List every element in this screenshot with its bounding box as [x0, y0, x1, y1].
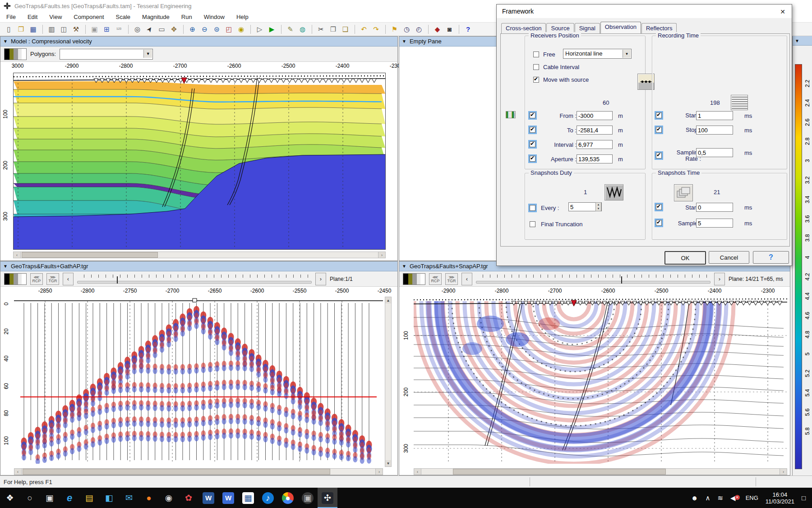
- taskbar-file-explorer-icon[interactable]: ▤: [79, 488, 99, 508]
- slider-needle[interactable]: [117, 276, 118, 284]
- build-tool-icon[interactable]: ⚒: [70, 23, 82, 35]
- close-icon[interactable]: ✕: [778, 7, 787, 16]
- next-group-button[interactable]: ⋙TGR: [445, 273, 458, 285]
- model-plot[interactable]: [13, 73, 386, 250]
- scroll-right-icon[interactable]: ›: [378, 252, 385, 258]
- menu-item[interactable]: Component: [74, 14, 104, 20]
- taskbar-wps-icon[interactable]: W: [218, 488, 238, 508]
- plane-slider[interactable]: [476, 274, 710, 284]
- taskbar-media-player-icon[interactable]: ◉: [159, 488, 179, 508]
- undo-icon[interactable]: ↶: [358, 23, 370, 35]
- toolbar-separator[interactable]: [247, 25, 251, 34]
- receivers-aperture-icon[interactable]: ▌▐: [506, 111, 514, 118]
- palette-button[interactable]: [4, 273, 27, 285]
- menu-item[interactable]: Scale: [116, 14, 131, 20]
- wiggle-traces-icon[interactable]: [604, 184, 623, 200]
- taskbar-tesseral-icon[interactable]: ✣: [318, 488, 337, 508]
- model-horizontal-scrollbar[interactable]: ‹ ›: [13, 252, 386, 258]
- scroll-left-icon[interactable]: ‹: [14, 469, 22, 475]
- taskbar-edge-icon[interactable]: e: [60, 488, 79, 508]
- scrollbar-thumb[interactable]: [453, 469, 666, 475]
- save-file-icon[interactable]: ▦: [27, 23, 39, 35]
- taskbar-excel-icon[interactable]: ▦: [238, 488, 258, 508]
- paste-icon[interactable]: ❑: [339, 23, 351, 35]
- print-icon[interactable]: ▥: [46, 23, 58, 35]
- toolbar-separator[interactable]: [309, 25, 312, 34]
- taskbar-store-icon[interactable]: ◧: [99, 488, 119, 508]
- scrollbar-thumb[interactable]: [23, 469, 330, 475]
- snapshot-frames-icon[interactable]: [674, 184, 693, 201]
- every-checkbox[interactable]: [530, 205, 535, 211]
- run-time-icon[interactable]: ◷: [401, 23, 413, 35]
- view-all-icon[interactable]: ◎: [131, 23, 143, 35]
- scroll-right-icon[interactable]: ›: [780, 469, 787, 475]
- row-value-field[interactable]: [577, 154, 613, 163]
- clock[interactable]: 16:04 11/03/2021: [766, 491, 794, 505]
- spin-down-icon[interactable]: ▼: [596, 207, 601, 211]
- free-checkbox[interactable]: [533, 51, 539, 57]
- people-icon[interactable]: ☻: [691, 494, 698, 502]
- toolbar-separator[interactable]: [278, 25, 281, 34]
- dialog-title-bar[interactable]: Framework: [497, 5, 792, 18]
- fit-frame-icon[interactable]: ◰: [223, 23, 235, 35]
- row-value-field[interactable]: [696, 219, 733, 228]
- collapse-triangle-icon[interactable]: ▼: [795, 38, 799, 43]
- palette-button[interactable]: [4, 48, 27, 60]
- flag-tool-icon[interactable]: ⚑: [388, 23, 401, 35]
- menu-item[interactable]: View: [49, 14, 62, 20]
- table-view-icon[interactable]: ⊞: [101, 23, 113, 35]
- zoom-reset-icon[interactable]: ⊜: [211, 23, 223, 35]
- cable-interval-checkbox[interactable]: [533, 64, 539, 70]
- taskbar-capture-icon[interactable]: ▣: [298, 488, 318, 508]
- taskbar-mail-icon[interactable]: ✉: [119, 488, 139, 508]
- print-preview-icon[interactable]: ◫: [58, 23, 70, 35]
- collapse-triangle-icon[interactable]: ▼: [3, 264, 8, 269]
- numeric-view-icon[interactable]: ¹²³: [113, 23, 125, 35]
- snapshot-horizontal-scrollbar[interactable]: ‹ ›: [414, 468, 787, 475]
- polygons-dropdown[interactable]: ▼: [60, 49, 153, 60]
- prev-plane-button[interactable]: ‹: [63, 273, 74, 285]
- snapshot-plot[interactable]: [414, 297, 787, 468]
- row-value-field[interactable]: [696, 203, 733, 212]
- taskbar-word-icon[interactable]: W: [198, 488, 218, 508]
- row-value-field[interactable]: [696, 148, 733, 157]
- language-indicator[interactable]: ENG: [746, 494, 758, 501]
- taskbar-search-button[interactable]: ○: [20, 488, 40, 508]
- ok-button[interactable]: OK: [664, 251, 706, 265]
- toolbar-separator[interactable]: [82, 25, 86, 34]
- hidden-icons-chevron-icon[interactable]: ∧: [706, 494, 710, 502]
- row-checkbox[interactable]: [656, 153, 662, 158]
- prev-group-button[interactable]: ⋘RCP: [429, 273, 442, 285]
- row-checkbox[interactable]: [656, 112, 662, 118]
- prev-plane-button[interactable]: ‹: [461, 273, 472, 285]
- spin-up-icon[interactable]: ▲: [596, 203, 601, 207]
- row-value-field[interactable]: [696, 111, 733, 120]
- cut-icon[interactable]: ✂: [315, 23, 327, 35]
- toolbar-separator[interactable]: [125, 25, 129, 34]
- redo-icon[interactable]: ↷: [370, 23, 382, 35]
- row-value-field[interactable]: [696, 126, 733, 135]
- collapse-triangle-icon[interactable]: ▼: [402, 264, 406, 269]
- row-checkbox[interactable]: [530, 141, 535, 147]
- action-center-icon[interactable]: □: [802, 494, 806, 502]
- model-pane-header[interactable]: ▼ Model : Compressional velocity: [0, 37, 397, 47]
- gather-horizontal-scrollbar[interactable]: ‹ ›: [14, 468, 383, 475]
- new-file-icon[interactable]: ▯: [3, 23, 15, 35]
- toolbar-separator[interactable]: [180, 25, 184, 34]
- toolbar-separator[interactable]: [39, 25, 43, 34]
- movie-tool-icon[interactable]: ◙: [443, 23, 456, 35]
- row-checkbox[interactable]: [656, 204, 662, 210]
- run-2d-icon[interactable]: ◆: [431, 23, 443, 35]
- scroll-down-icon[interactable]: ▼: [385, 460, 391, 466]
- slider-needle[interactable]: [621, 276, 622, 284]
- move-with-source-checkbox[interactable]: [533, 77, 539, 83]
- cancel-button[interactable]: Cancel: [709, 251, 749, 264]
- toolbar-separator[interactable]: [425, 25, 429, 34]
- taskbar-task-view-button[interactable]: ▣: [40, 488, 60, 508]
- select-rectangle-icon[interactable]: ▭: [156, 23, 168, 35]
- volume-muted-icon[interactable]: ◀✕: [730, 494, 736, 502]
- menu-item[interactable]: Run: [181, 14, 192, 20]
- next-group-button[interactable]: ⋙TGR: [46, 273, 59, 285]
- globe-tool-icon[interactable]: ◍: [296, 23, 309, 35]
- prev-group-button[interactable]: ⋘RCP: [30, 273, 43, 285]
